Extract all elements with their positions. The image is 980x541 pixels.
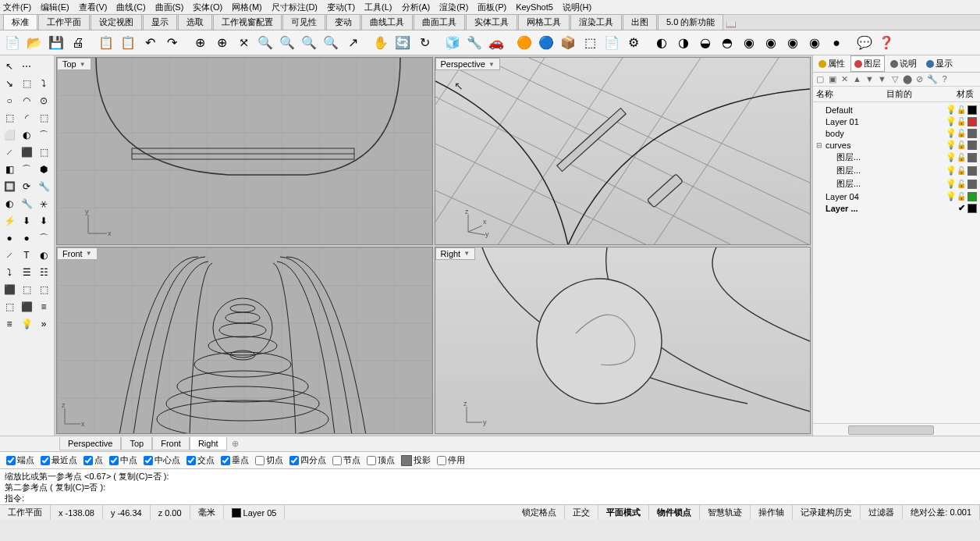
osnap-option[interactable]: 中点 — [109, 454, 137, 466]
tool-button[interactable]: ◐ — [19, 127, 34, 143]
tool-button[interactable]: ⬚ — [2, 110, 17, 126]
up-icon[interactable]: ▲ — [852, 74, 862, 84]
status-toggle[interactable]: 过滤器 — [861, 505, 903, 520]
color-swatch[interactable] — [968, 141, 977, 150]
tool-button[interactable]: ⌒ — [36, 230, 51, 246]
tool-button[interactable]: ⬇ — [19, 213, 34, 229]
color-swatch[interactable] — [968, 129, 977, 138]
status-toggle[interactable]: 智慧轨迹 — [700, 505, 751, 520]
osnap-checkbox[interactable] — [41, 456, 50, 465]
tool-button[interactable]: ◐ — [36, 247, 51, 263]
toolbar-button[interactable]: 🔧 — [465, 34, 484, 52]
tool-button[interactable]: ≡ — [2, 316, 17, 332]
tool-button[interactable]: ⌒ — [19, 162, 34, 177]
col-name[interactable]: 名称 — [816, 88, 886, 100]
tool-button[interactable]: ○ — [2, 93, 17, 109]
osnap-checkbox[interactable] — [109, 456, 119, 465]
menu-item[interactable]: 说明(H) — [563, 2, 591, 13]
toolbar-button[interactable]: 💬 — [855, 34, 874, 52]
toolbar-button[interactable]: ↻ — [415, 34, 434, 52]
visibility-icon[interactable]: 💡 — [946, 128, 957, 138]
new-icon[interactable]: ▣ — [827, 74, 837, 84]
lock-icon[interactable]: 🔓 — [957, 166, 968, 175]
osnap-option[interactable]: 中心点 — [144, 454, 180, 466]
osnap-checkbox[interactable] — [332, 456, 342, 465]
osnap-checkbox[interactable] — [367, 456, 376, 465]
toolbar-button[interactable]: ⊕ — [212, 34, 231, 52]
toolbar-button[interactable]: 🔍 — [321, 34, 340, 52]
toolbar-button[interactable]: ↶ — [140, 34, 159, 52]
osnap-option[interactable]: 端点 — [6, 454, 34, 466]
col-material[interactable]: 材质 — [933, 88, 977, 100]
ribbon-tab[interactable]: 标准 — [3, 14, 37, 30]
ribbon-tab[interactable]: 实体工具 — [466, 14, 517, 30]
color-swatch[interactable] — [968, 153, 977, 162]
ribbon-tab[interactable]: 变动 — [326, 14, 360, 30]
ribbon-tab[interactable]: 网格工具 — [518, 14, 570, 30]
osnap-disable[interactable]: 停用 — [437, 454, 465, 466]
settings-icon[interactable]: 🔧 — [927, 74, 937, 84]
visibility-icon[interactable]: 💡 — [946, 140, 957, 150]
osnap-project[interactable]: 投影 — [401, 454, 431, 466]
tool-button[interactable]: 💡 — [19, 316, 34, 332]
toolbar-button[interactable]: ◉ — [805, 34, 824, 52]
tool-button[interactable]: 🔧 — [19, 196, 34, 212]
viewport-perspective[interactable]: Perspective▼ zxy ↖ — [435, 57, 811, 245]
status-toggle[interactable]: 正交 — [565, 505, 598, 520]
tool-button[interactable]: ◠ — [19, 93, 34, 109]
tool-button[interactable]: ⚡ — [2, 213, 17, 229]
tool-button[interactable]: ⊙ — [36, 93, 51, 109]
osnap-checkbox[interactable] — [83, 456, 93, 465]
osnap-checkbox[interactable] — [221, 456, 230, 465]
view-tab[interactable]: Top — [121, 437, 152, 450]
lock-icon[interactable]: 🔓 — [957, 141, 968, 149]
layer-row[interactable]: body💡🔓 — [813, 127, 980, 139]
toolbar-button[interactable]: ⬚ — [581, 34, 599, 52]
menu-item[interactable]: 曲线(C) — [116, 2, 145, 13]
toolbar-button[interactable]: ↷ — [162, 34, 181, 52]
panel-tab[interactable]: 显示 — [922, 55, 957, 72]
toolbar-button[interactable]: ◒ — [696, 34, 715, 52]
ribbon-tab[interactable]: 可见性 — [282, 14, 325, 30]
visibility-icon[interactable]: 💡 — [946, 105, 957, 115]
visibility-icon[interactable]: 💡 — [946, 166, 957, 176]
tool-button[interactable]: ☰ — [19, 265, 34, 280]
osnap-checkbox[interactable] — [186, 456, 196, 465]
tool-button[interactable]: ⟋ — [2, 144, 17, 160]
tool-button[interactable]: ⟋ — [2, 247, 17, 263]
toolbar-button[interactable]: ◉ — [740, 34, 758, 52]
col-current[interactable]: 目前的 — [886, 88, 933, 100]
status-toggle[interactable]: 记录建构历史 — [793, 505, 861, 520]
toolbar-button[interactable]: 🔍 — [256, 34, 275, 52]
layer-row[interactable]: 图层...💡🔓 — [813, 151, 980, 164]
tool-button[interactable]: ⋯ — [19, 59, 34, 74]
tool-button[interactable]: ⤵ — [2, 265, 17, 280]
ribbon-tab[interactable]: 出图 — [623, 14, 657, 30]
status-toggle[interactable]: 物件锁点 — [649, 505, 700, 520]
visibility-icon[interactable]: 💡 — [946, 152, 957, 162]
viewport-front[interactable]: Front▼ — [56, 247, 433, 435]
color-swatch[interactable] — [968, 204, 977, 213]
help-icon[interactable]: ? — [939, 74, 950, 84]
menu-item[interactable]: 工具(L) — [364, 2, 392, 13]
toolbar-button[interactable]: ● — [827, 34, 846, 52]
tool-button[interactable] — [36, 59, 51, 74]
tool-button[interactable]: ⬜ — [2, 127, 17, 143]
ribbon-tab[interactable]: 显示 — [143, 14, 177, 30]
status-z[interactable]: z 0.00 — [151, 505, 190, 520]
osnap-checkbox[interactable] — [289, 456, 299, 465]
tool-button[interactable]: ⤵ — [36, 76, 51, 91]
status-x[interactable]: x -138.08 — [51, 505, 103, 520]
status-y[interactable]: y -46.34 — [103, 505, 151, 520]
ribbon-tab[interactable]: 曲线工具 — [361, 14, 413, 30]
menu-item[interactable]: KeyShot5 — [516, 2, 553, 12]
add-view-icon[interactable]: ⊕ — [227, 437, 243, 450]
ribbon-expand-icon[interactable]: 📖 — [726, 20, 737, 30]
toolbar-button[interactable]: ⤧ — [234, 34, 253, 52]
toolbar-button[interactable]: 💾 — [47, 34, 66, 52]
ribbon-tab[interactable]: 工作视窗配置 — [213, 14, 282, 30]
ribbon-tab[interactable]: 曲面工具 — [414, 14, 465, 30]
toolbar-button[interactable]: ⊕ — [190, 34, 209, 52]
tool-button[interactable]: 🔲 — [2, 179, 17, 194]
toolbar-button[interactable]: ◐ — [652, 34, 671, 52]
